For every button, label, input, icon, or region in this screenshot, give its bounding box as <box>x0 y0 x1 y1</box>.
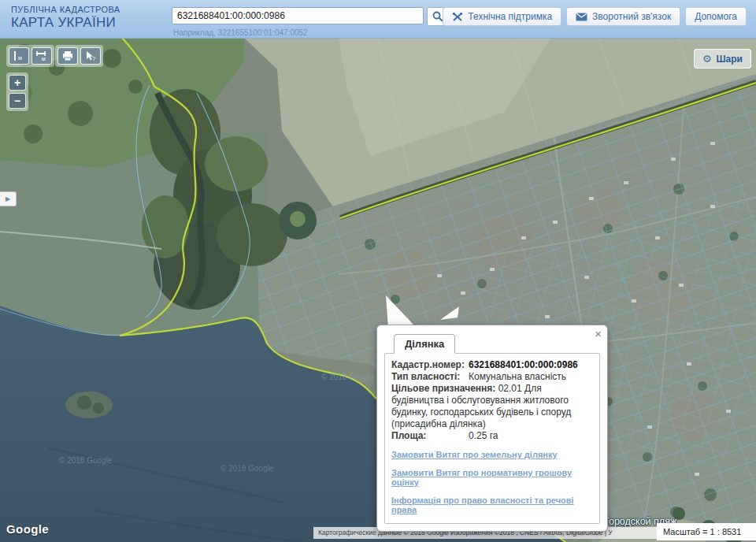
search-hint: Наприклад, 3221655100:01:047:0052 <box>172 28 449 37</box>
svg-text:м: м <box>42 56 46 61</box>
measure-length-button[interactable]: м <box>9 47 29 65</box>
scale-indicator: Масштаб = 1 : 8531 <box>657 523 756 540</box>
map-area[interactable]: © 2018 Google © 2018 Google © 2018 Googl… <box>0 38 756 542</box>
parcel-details: Кадастр.номер: 6321688401:00:000:0986 Ти… <box>384 353 600 524</box>
zoom-in-button[interactable]: + <box>9 75 26 91</box>
help-button[interactable]: Допомога <box>685 7 747 26</box>
svg-text:?: ? <box>92 55 96 61</box>
map-watermark: © 2018 Google <box>59 456 113 465</box>
sidebar-expand-handle[interactable]: ▶ <box>0 191 17 206</box>
utility-toolbar: ? <box>55 45 103 67</box>
logo-line2: КАРТА УКРАЇНИ <box>11 16 120 31</box>
search-icon <box>432 11 443 22</box>
header-buttons: Технічна підтримка Зворотний зв'язок Доп… <box>443 7 747 26</box>
app-window: © 2018 Google © 2018 Google © 2018 Googl… <box>0 0 756 542</box>
identify-button[interactable]: ? <box>80 47 101 65</box>
print-button[interactable] <box>57 47 78 65</box>
svg-text:м: м <box>18 55 22 61</box>
measure-area-button[interactable]: м <box>32 47 52 65</box>
order-valuation-link[interactable]: Замовити Витяг про нормативну грошову оц… <box>391 468 593 487</box>
google-logo: Google <box>6 522 49 536</box>
ownership-info-link[interactable]: Інформація про право власності та речові… <box>391 496 593 514</box>
tab-parcel[interactable]: Ділянка <box>394 334 455 354</box>
search-area: Наприклад, 3221655100:01:047:0052 <box>172 7 449 37</box>
order-extract-link[interactable]: Замовити Витяг про земельну ділянку <box>391 450 593 459</box>
row-ownership-type: Тип власності: Комунальна власність <box>391 371 593 383</box>
printer-icon <box>61 50 74 61</box>
envelope-icon <box>576 13 587 21</box>
logo-line1: ПУБЛІЧНА КАДАСТРОВА <box>11 5 120 14</box>
row-cadastral-number: Кадастр.номер: 6321688401:00:000:0986 <box>391 359 593 371</box>
feedback-button[interactable]: Зворотний зв'язок <box>566 7 680 26</box>
row-area: Площа: 0.25 га <box>391 430 593 442</box>
layers-label: Шари <box>717 54 743 65</box>
cadastral-search-input[interactable] <box>172 7 424 24</box>
row-purpose: Цільове призначення: 02.01 Для будівницт… <box>391 383 593 430</box>
zoom-out-button[interactable]: − <box>9 93 26 109</box>
parcel-links: Замовити Витяг про земельну ділянку Замо… <box>391 450 593 514</box>
tech-support-button[interactable]: Технічна підтримка <box>443 7 561 26</box>
layers-button[interactable]: ⚙ Шари <box>694 49 751 69</box>
tools-icon <box>452 12 463 22</box>
top-header: ПУБЛІЧНА КАДАСТРОВА КАРТА УКРАЇНИ Наприк… <box>0 0 756 39</box>
close-icon[interactable]: × <box>595 328 602 340</box>
measure-toolbar: м м <box>6 45 54 67</box>
zoom-control: + − <box>6 72 28 111</box>
map-watermark: © 2018 Google <box>321 373 375 381</box>
chevron-right-icon: ▶ <box>6 195 10 202</box>
parcel-info-popup: × Ділянка Кадастр.номер: 6321688401:00:0… <box>376 325 608 532</box>
site-logo[interactable]: ПУБЛІЧНА КАДАСТРОВА КАРТА УКРАЇНИ <box>11 5 120 31</box>
cursor-question-icon: ? <box>84 50 97 61</box>
map-watermark: © 2018 Google <box>220 464 274 473</box>
gear-icon: ⚙ <box>702 53 712 65</box>
